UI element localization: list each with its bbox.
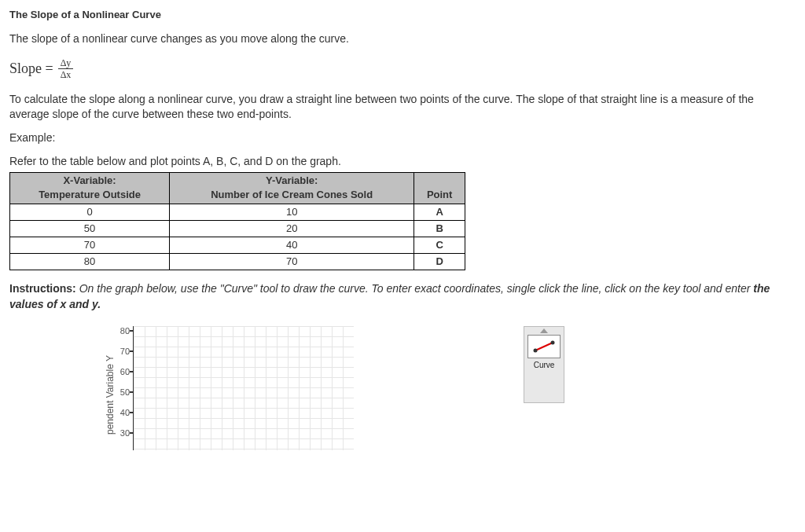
explanation-text: To calculate the slope along a nonlinear…	[9, 92, 796, 123]
svg-point-1	[534, 349, 538, 353]
curve-tool-button[interactable]	[527, 335, 561, 358]
y-tick: 40	[120, 408, 130, 428]
curve-tool-label: Curve	[534, 360, 555, 371]
table-row: 70 40 C	[10, 237, 465, 253]
formula-fraction: Δy Δx	[58, 58, 74, 79]
y-tick-mark	[130, 350, 134, 352]
cell-y: 10	[170, 204, 414, 220]
intro-text: The slope of a nonlinear curve changes a…	[9, 31, 796, 47]
col-x-bottom: Temperature Outside	[15, 188, 164, 202]
table-row: 0 10 A	[10, 204, 465, 220]
plot-canvas[interactable]	[133, 326, 354, 450]
cell-x: 70	[10, 237, 170, 253]
col-y-bottom: Number of Ice Cream Cones Sold	[175, 188, 409, 202]
instructions: Instructions: On the graph below, use th…	[9, 281, 796, 312]
y-tick: 50	[120, 387, 130, 408]
table-row: 50 20 B	[10, 220, 465, 237]
col-x-header: X-Variable: Temperature Outside	[10, 173, 170, 204]
col-y-top: Y-Variable:	[175, 174, 409, 188]
data-table: X-Variable: Temperature Outside Y-Variab…	[9, 172, 465, 270]
chart-box: 80 70 60 50 40 30	[120, 326, 354, 450]
col-point-header: Point	[414, 173, 465, 204]
cell-point: A	[414, 204, 465, 220]
formula-lhs: Slope =	[9, 59, 53, 79]
y-ticks: 80 70 60 50 40 30	[120, 326, 133, 449]
slope-formula: Slope = Δy Δx	[9, 58, 796, 79]
cell-y: 20	[170, 220, 414, 237]
page-title: The Slope of a Nonlinear Curve	[9, 8, 796, 22]
workspace: pendent Variable Y 80 70 60 50 40 30	[9, 326, 796, 450]
y-tick-mark	[130, 391, 134, 393]
curve-icon	[532, 339, 556, 354]
y-tick-mark	[130, 371, 134, 372]
tool-panel: Curve	[524, 326, 564, 403]
table-row: 80 70 D	[10, 254, 465, 270]
y-tick-mark	[130, 330, 134, 332]
example-label: Example:	[9, 130, 796, 146]
col-y-header: Y-Variable: Number of Ice Cream Cones So…	[170, 173, 414, 204]
y-tick-mark	[130, 432, 134, 434]
svg-point-2	[551, 341, 555, 345]
col-x-top: X-Variable:	[15, 174, 164, 188]
svg-line-0	[535, 343, 553, 350]
cell-y: 70	[170, 254, 414, 270]
formula-numerator: Δy	[58, 58, 74, 69]
y-tick-mark	[130, 412, 134, 413]
y-tick: 60	[120, 367, 130, 387]
y-axis-label: pendent Variable Y	[104, 340, 117, 450]
instructions-lead: Instructions:	[9, 282, 76, 295]
cell-x: 50	[10, 220, 170, 237]
y-tick: 70	[120, 347, 130, 367]
cell-y: 40	[170, 237, 414, 253]
instructions-body: On the graph below, use the "Curve" tool…	[76, 282, 754, 295]
cell-x: 80	[10, 254, 170, 270]
cell-point: B	[414, 220, 465, 237]
graph-area: pendent Variable Y 80 70 60 50 40 30	[9, 326, 519, 450]
scroll-up-icon[interactable]	[540, 328, 548, 333]
table-intro: Refer to the table below and plot points…	[9, 154, 796, 170]
cell-x: 0	[10, 204, 170, 220]
cell-point: D	[414, 254, 465, 270]
y-tick: 30	[120, 428, 130, 449]
y-tick: 80	[120, 326, 130, 347]
formula-denominator: Δx	[58, 69, 74, 79]
cell-point: C	[414, 237, 465, 253]
